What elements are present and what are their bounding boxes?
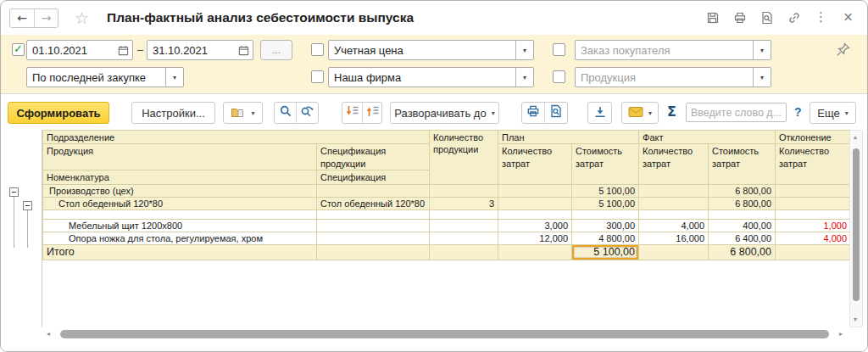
cell-fact-cost[interactable]: 400,00	[709, 219, 776, 232]
col-fact-qty[interactable]: Количество затрат	[639, 144, 709, 184]
cell-spec[interactable]	[317, 184, 430, 197]
horizontal-scrollbar[interactable]: ◂ ▸	[43, 328, 846, 340]
scroll-up-icon[interactable]: ▴	[854, 134, 857, 141]
cell-dev-qty[interactable]	[776, 184, 851, 197]
cell-plan-qty[interactable]: 3,000	[498, 219, 572, 232]
calendar-icon[interactable]	[234, 45, 253, 56]
help-icon[interactable]: ?	[794, 105, 802, 119]
close-icon[interactable]: ×	[841, 10, 855, 25]
cell-fact-qty[interactable]: 4,000	[639, 219, 709, 232]
total-plan-cost-selected-cell[interactable]: 5 100,00	[572, 244, 639, 260]
tree-collapse-icon[interactable]	[23, 201, 32, 210]
chevron-down-icon[interactable]: ▾	[515, 68, 533, 87]
cell-qty[interactable]	[430, 232, 498, 244]
scroll-down-icon[interactable]: ▾	[854, 316, 857, 323]
price-basis-combo[interactable]: По последней закупке ▾	[26, 67, 184, 87]
cell-fact-qty[interactable]	[639, 184, 709, 197]
cell-name[interactable]: Мебельный щит 1200х800	[43, 219, 317, 232]
cell-qty[interactable]	[430, 244, 498, 260]
cell-fact-qty[interactable]	[639, 197, 709, 210]
firm-combo[interactable]: Наша фирма ▾	[328, 67, 534, 87]
cell-qty[interactable]	[430, 184, 498, 197]
cell-qty[interactable]	[430, 219, 498, 232]
price-type-combo[interactable]: Учетная цена ▾	[328, 40, 534, 60]
cell-qty[interactable]	[430, 210, 498, 219]
search-next-button[interactable]	[296, 103, 318, 123]
chevron-down-icon[interactable]: ▾	[515, 41, 533, 59]
tree-collapse-icon[interactable]	[9, 187, 19, 197]
cell-fact-qty[interactable]	[639, 210, 709, 219]
col-deviation[interactable]: Отклонение	[776, 131, 851, 144]
expand-groups-button[interactable]	[362, 103, 381, 123]
cell-spec[interactable]	[317, 210, 430, 219]
col-plan[interactable]: План	[498, 131, 639, 144]
cell-fact-qty[interactable]: 16,000	[639, 232, 709, 244]
cell-fact-cost[interactable]: 6 800,00	[709, 184, 776, 197]
vertical-scrollbar[interactable]: ▴ ▾	[849, 130, 863, 327]
cell-dev-qty[interactable]	[776, 197, 851, 210]
col-plan-qty[interactable]: Количество затрат	[498, 144, 572, 184]
more-button[interactable]: Еще ▾	[810, 102, 856, 124]
preview-report-button[interactable]	[544, 103, 567, 123]
chevron-down-icon[interactable]: ▾	[753, 68, 771, 87]
generate-button[interactable]: Сформировать	[8, 102, 109, 124]
col-production-spec[interactable]: Спецификация продукции	[317, 144, 430, 170]
customer-order-combo[interactable]: Заказ покупателя ▾	[575, 40, 771, 60]
cell-plan-cost[interactable]	[572, 210, 639, 219]
print-preview-icon[interactable]	[760, 10, 774, 25]
calendar-icon[interactable]	[114, 45, 132, 56]
cell-dev-qty[interactable]	[776, 210, 851, 219]
cell-spec[interactable]	[317, 232, 430, 244]
report-variants-button[interactable]: ▾	[223, 102, 263, 124]
cell-plan-qty[interactable]	[498, 197, 572, 210]
back-button[interactable]: ←	[10, 9, 34, 27]
period-from-field[interactable]: 01.10.2021	[26, 40, 133, 60]
cell-plan-qty[interactable]	[498, 184, 572, 197]
cell-fact-qty[interactable]	[639, 244, 709, 260]
firm-checkbox[interactable]	[311, 70, 324, 83]
col-plan-cost[interactable]: Стоимость затрат	[572, 144, 639, 184]
cell-plan-cost[interactable]: 4 800,00	[572, 232, 639, 244]
export-button[interactable]	[587, 102, 612, 124]
period-to-field[interactable]: 31.10.2021	[147, 40, 253, 60]
print-report-button[interactable]	[522, 103, 544, 123]
cell-dev-qty[interactable]	[776, 244, 851, 260]
cell-plan-qty[interactable]	[498, 244, 572, 260]
cell-spec[interactable]: Стол обеденный 120*80	[317, 197, 430, 210]
total-label[interactable]: Итого	[43, 244, 317, 260]
cell-name[interactable]: Производство (цех)	[43, 184, 317, 197]
sigma-icon[interactable]: Σ	[667, 105, 676, 119]
price-type-checkbox[interactable]	[311, 43, 324, 56]
total-fact-cost[interactable]: 6 800,00	[709, 244, 776, 260]
link-icon[interactable]	[787, 10, 801, 25]
vertical-scrollbar-thumb[interactable]	[853, 148, 860, 301]
chevron-down-icon[interactable]: ▾	[165, 68, 183, 87]
more-vertical-icon[interactable]: ⋮	[814, 10, 828, 25]
col-fact-cost[interactable]: Стоимость затрат	[709, 144, 776, 184]
pin-icon[interactable]	[835, 42, 851, 61]
col-department[interactable]: Подразделение	[43, 131, 430, 144]
scroll-left-icon[interactable]: ◂	[47, 331, 50, 338]
production-combo[interactable]: Продукция ▾	[575, 67, 771, 87]
col-dev-qty[interactable]: Количество затрат	[776, 144, 851, 184]
email-button[interactable]: ▾	[621, 102, 659, 124]
cell-name[interactable]: Стол обеденный 120*80	[43, 197, 317, 210]
col-qty-production[interactable]: Количество продукции	[430, 131, 498, 185]
col-fact[interactable]: Факт	[639, 131, 776, 144]
cell-qty[interactable]: 3	[430, 197, 498, 210]
cell-name[interactable]	[43, 210, 317, 219]
cell-fact-cost[interactable]	[709, 210, 776, 219]
search-input[interactable]	[686, 103, 787, 122]
cell-spec[interactable]	[317, 219, 430, 232]
search-button[interactable]	[275, 103, 296, 123]
cell-dev-qty[interactable]: 1,000	[776, 219, 851, 232]
period-more-button[interactable]: ...	[260, 40, 292, 60]
col-nomenclature[interactable]: Номенклатура	[43, 170, 317, 184]
customer-order-checkbox[interactable]	[553, 43, 565, 56]
cell-fact-cost[interactable]: 6 400,00	[709, 232, 776, 244]
horizontal-scrollbar-thumb[interactable]	[60, 330, 829, 338]
settings-button[interactable]: Настройки...	[131, 102, 215, 124]
scroll-right-icon[interactable]: ▸	[839, 331, 843, 338]
col-production[interactable]: Продукция	[43, 144, 317, 170]
forward-button[interactable]: →	[34, 9, 58, 27]
